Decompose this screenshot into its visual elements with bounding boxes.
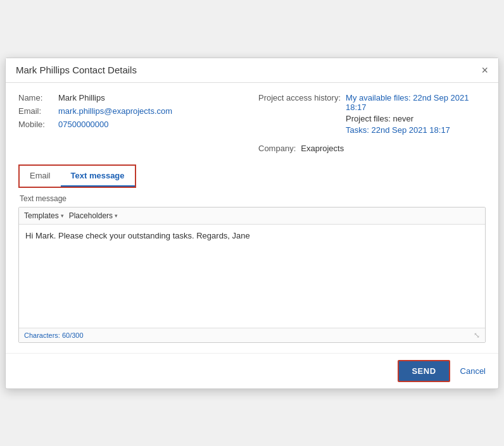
contact-info-left: Name: Mark Phillips Email: mark.phillips… [18, 93, 246, 153]
company-label: Company: [258, 144, 296, 153]
email-label: Email: [18, 106, 53, 116]
mobile-label: Mobile: [18, 120, 53, 129]
message-toolbar: Templates ▾ Placeholders ▾ [19, 208, 485, 225]
cancel-link[interactable]: Cancel [460, 366, 486, 376]
placeholders-label: Placeholders [69, 211, 113, 220]
contact-info-section: Name: Mark Phillips Email: mark.phillips… [18, 93, 486, 153]
name-row: Name: Mark Phillips [18, 93, 246, 102]
message-textarea[interactable]: Hi Mark. Please check your outstanding t… [19, 225, 485, 326]
section-label: Text message [20, 194, 486, 203]
dialog-header: Mark Phillips Contact Details × [6, 58, 498, 83]
send-button[interactable]: SEND [398, 360, 450, 382]
tasks: Tasks: 22nd Sep 2021 18:17 [346, 125, 486, 135]
templates-button[interactable]: Templates ▾ [24, 211, 64, 220]
templates-label: Templates [24, 211, 59, 220]
templates-chevron-icon: ▾ [61, 213, 64, 219]
message-footer: Characters: 60/300 ⤡ [19, 328, 485, 342]
tab-text-message[interactable]: Text message [61, 166, 135, 187]
name-value: Mark Phillips [58, 93, 105, 102]
char-count: Characters: 60/300 [24, 331, 84, 339]
email-row: Email: mark.phillips@exaprojects.com [18, 106, 246, 116]
project-files: Project files: never [346, 114, 486, 123]
tab-email[interactable]: Email [20, 166, 61, 187]
company-row: Company: Exaprojects [258, 144, 486, 153]
tabs: Email Text message [20, 166, 135, 187]
dialog-footer: SEND Cancel [6, 353, 498, 388]
name-label: Name: [18, 93, 53, 102]
dialog-title: Mark Phillips Contact Details [16, 65, 137, 75]
close-button[interactable]: × [481, 65, 488, 76]
project-access-label: Project access history: [258, 93, 341, 135]
project-access-detail: My available files: 22nd Sep 2021 18:17 … [346, 93, 486, 135]
contact-details-dialog: Mark Phillips Contact Details × Name: Ma… [5, 58, 499, 389]
dialog-body: Name: Mark Phillips Email: mark.phillips… [6, 83, 498, 353]
message-box: Templates ▾ Placeholders ▾ Hi Mark. Plea… [18, 207, 486, 343]
project-access-row: Project access history: My available fil… [258, 93, 486, 135]
company-value: Exaprojects [301, 144, 344, 153]
tabs-area: Email Text message [18, 164, 136, 188]
available-files: My available files: 22nd Sep 2021 18:17 [346, 93, 486, 112]
tabs-container: Email Text message [18, 164, 486, 194]
contact-info-right: Project access history: My available fil… [258, 93, 486, 153]
placeholders-button[interactable]: Placeholders ▾ [69, 211, 118, 220]
mobile-value: 07500000000 [58, 120, 109, 129]
placeholders-chevron-icon: ▾ [115, 213, 118, 219]
resize-handle-icon[interactable]: ⤡ [474, 331, 480, 340]
email-value: mark.phillips@exaprojects.com [58, 106, 172, 116]
mobile-row: Mobile: 07500000000 [18, 120, 246, 129]
